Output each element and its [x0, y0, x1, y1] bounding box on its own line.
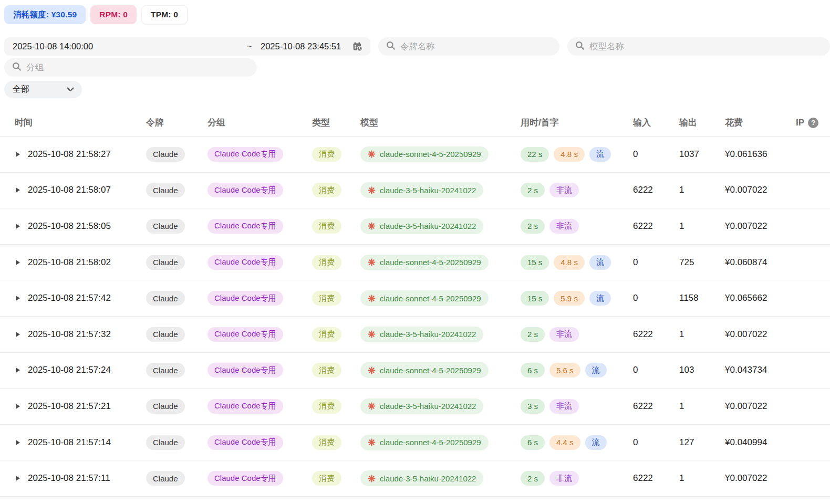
- model-name: claude-sonnet-4-5-20250929: [380, 258, 481, 267]
- search-icon: [575, 40, 585, 52]
- duration-badge: 2 s: [521, 183, 545, 197]
- col-header-type: 类型: [297, 117, 346, 129]
- cost: ¥0.061636: [710, 149, 781, 160]
- model-search[interactable]: [567, 37, 830, 56]
- duration-badge: 6 s: [521, 435, 545, 450]
- expand-caret-icon[interactable]: [16, 187, 20, 193]
- cost: ¥0.043734: [710, 365, 781, 375]
- first-token-badge: 4.4 s: [549, 435, 580, 450]
- output-tokens: 1: [665, 329, 710, 340]
- model-name: claude-3-5-haiku-20241022: [380, 402, 476, 411]
- date-start-value[interactable]: 2025-10-08 14:00:00: [13, 41, 247, 51]
- expand-caret-icon[interactable]: [16, 404, 20, 409]
- expand-caret-icon[interactable]: [16, 224, 20, 229]
- expand-caret-icon[interactable]: [16, 476, 20, 481]
- date-range-picker[interactable]: 2025-10-08 14:00:00 ~ 2025-10-08 23:45:5…: [4, 37, 370, 56]
- row-time: 2025-10-08 21:58:27: [28, 149, 111, 160]
- stream-badge: 非流: [549, 399, 579, 414]
- expand-caret-icon[interactable]: [16, 296, 20, 301]
- quota-chip: 消耗额度: ¥30.59: [4, 5, 86, 24]
- model-search-input[interactable]: [589, 41, 823, 51]
- first-token-badge: 4.8 s: [554, 147, 585, 162]
- expand-caret-icon[interactable]: [16, 260, 20, 265]
- type-badge: 消费: [312, 327, 341, 342]
- token-badge: Claude: [146, 183, 185, 197]
- stream-badge: 流: [589, 291, 611, 306]
- input-tokens: 0: [618, 257, 665, 268]
- output-tokens: 1158: [665, 293, 710, 303]
- token-badge: Claude: [146, 219, 185, 234]
- expand-caret-icon[interactable]: [16, 332, 20, 337]
- date-end-value[interactable]: 2025-10-08 23:45:51: [261, 41, 341, 51]
- anthropic-asterisk-icon: [368, 258, 376, 266]
- group-search-input[interactable]: [26, 62, 250, 72]
- stream-badge: 非流: [549, 219, 579, 234]
- model-badge: claude-3-5-haiku-20241022: [360, 218, 483, 234]
- expand-caret-icon[interactable]: [16, 440, 20, 445]
- duration-badge: 2 s: [521, 219, 545, 234]
- table-row: 2025-10-08 21:58:27 Claude Claude Code专用…: [0, 136, 830, 173]
- expand-caret-icon[interactable]: [16, 152, 20, 157]
- type-badge: 消费: [312, 147, 341, 162]
- model-name: claude-sonnet-4-5-20250929: [380, 294, 481, 303]
- duration-badge: 22 s: [521, 147, 549, 162]
- type-select[interactable]: 全部: [4, 81, 82, 98]
- type-badge: 消费: [312, 219, 341, 234]
- output-tokens: 1037: [665, 149, 710, 160]
- cost: ¥0.065662: [710, 293, 781, 303]
- anthropic-asterisk-icon: [368, 222, 376, 230]
- token-search-input[interactable]: [400, 41, 552, 51]
- date-separator: ~: [247, 41, 261, 51]
- table-header-row: 时间 令牌 分组 类型 模型 用时/首字 输入 输出 花费 IP ?: [0, 109, 830, 136]
- col-header-ip: IP ?: [781, 118, 830, 128]
- cost: ¥0.007022: [710, 329, 781, 340]
- model-badge: claude-3-5-haiku-20241022: [360, 182, 483, 198]
- calendar-clock-icon[interactable]: [352, 41, 363, 52]
- table-body: 2025-10-08 21:58:27 Claude Claude Code专用…: [0, 136, 830, 497]
- group-search[interactable]: [4, 58, 257, 77]
- token-badge: Claude: [146, 255, 185, 270]
- duration-badge: 2 s: [521, 471, 545, 486]
- input-tokens: 0: [618, 437, 665, 448]
- duration-badge: 3 s: [521, 399, 545, 414]
- input-tokens: 0: [618, 293, 665, 303]
- anthropic-asterisk-icon: [368, 402, 376, 410]
- token-search[interactable]: [378, 37, 559, 56]
- table-row: 2025-10-08 21:57:42 Claude Claude Code专用…: [0, 280, 830, 317]
- cost: ¥0.007022: [710, 185, 781, 195]
- group-badge: Claude Code专用: [208, 147, 283, 162]
- first-token-badge: 5.9 s: [554, 291, 585, 306]
- model-name: claude-3-5-haiku-20241022: [380, 474, 476, 483]
- token-badge: Claude: [146, 363, 185, 377]
- group-badge: Claude Code专用: [208, 327, 283, 342]
- input-tokens: 6222: [618, 221, 665, 232]
- group-badge: Claude Code专用: [208, 219, 283, 234]
- col-header-output: 输出: [665, 117, 710, 129]
- model-badge: claude-sonnet-4-5-20250929: [360, 362, 489, 378]
- expand-caret-icon[interactable]: [16, 368, 20, 373]
- output-tokens: 127: [665, 437, 710, 448]
- table-row: 2025-10-08 21:57:32 Claude Claude Code专用…: [0, 317, 830, 353]
- model-name: claude-sonnet-4-5-20250929: [380, 438, 481, 447]
- row-time: 2025-10-08 21:57:32: [28, 329, 111, 340]
- row-time: 2025-10-08 21:57:24: [28, 365, 111, 375]
- group-badge: Claude Code专用: [208, 183, 283, 197]
- output-tokens: 1: [665, 185, 710, 195]
- duration-badge: 15 s: [521, 255, 549, 270]
- col-header-group: 分组: [193, 117, 297, 129]
- first-token-badge: 4.8 s: [554, 255, 585, 270]
- ip-help-icon[interactable]: ?: [808, 118, 818, 128]
- table-row: 2025-10-08 21:57:14 Claude Claude Code专用…: [0, 425, 830, 461]
- cost: ¥0.040994: [710, 437, 781, 448]
- model-name: claude-3-5-haiku-20241022: [380, 186, 476, 195]
- input-tokens: 6222: [618, 185, 665, 195]
- anthropic-asterisk-icon: [368, 330, 376, 338]
- output-tokens: 1: [665, 473, 710, 484]
- search-icon: [386, 40, 396, 52]
- cost: ¥0.007022: [710, 221, 781, 232]
- model-badge: claude-3-5-haiku-20241022: [360, 327, 483, 342]
- model-name: claude-3-5-haiku-20241022: [380, 330, 476, 339]
- output-tokens: 725: [665, 257, 710, 268]
- anthropic-asterisk-icon: [368, 295, 376, 302]
- row-time: 2025-10-08 21:58:07: [28, 185, 111, 195]
